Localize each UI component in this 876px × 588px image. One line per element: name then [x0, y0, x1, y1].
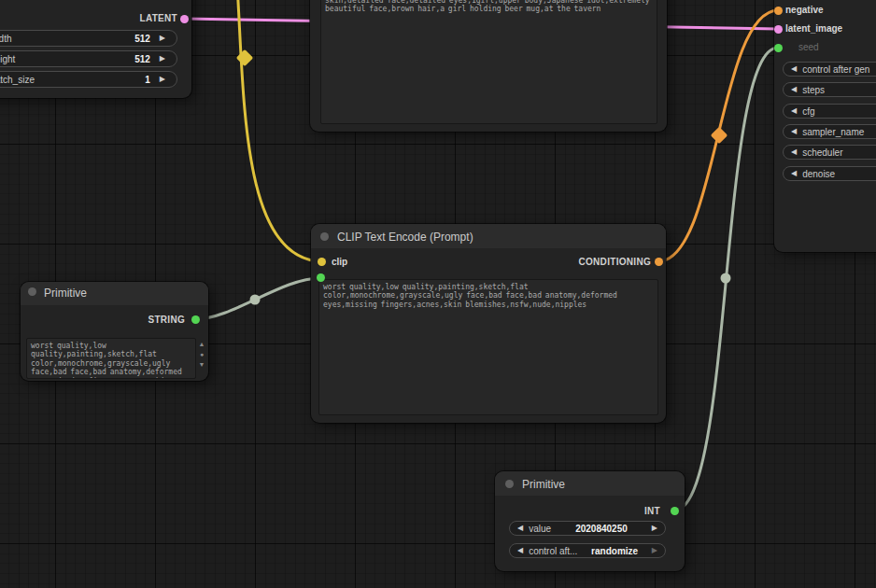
sampler-name-widget[interactable]: ◀ sampler_name [783, 124, 876, 139]
control-after-generate-widget[interactable]: ◀ control aft... randomize ▶ [509, 543, 666, 558]
widget-value: 2020840250 [551, 524, 652, 534]
decrement-arrow-icon[interactable]: ◀ [791, 170, 797, 177]
clip-input-dot[interactable] [318, 258, 326, 266]
value-widget[interactable]: ◀ value 2020840250 ▶ [509, 521, 666, 536]
decrement-arrow-icon[interactable]: ◀ [791, 107, 797, 115]
positive-prompt-textarea[interactable]: skin,detailed face,detailed eyes,1girl,u… [320, 0, 657, 124]
clip-input-label: clip [332, 257, 347, 267]
link-midpoint-dot-string [250, 295, 261, 305]
textarea-scrollbar[interactable]: ▲ ● ▼ [197, 341, 206, 368]
widget-label: scheduler [802, 147, 842, 158]
widget-label: denoise [802, 169, 835, 179]
node-title: Primitive [44, 287, 87, 300]
widget-label: control after gen [802, 64, 869, 75]
collapse-dot-icon[interactable] [28, 287, 36, 296]
widget-label: steps [802, 85, 825, 95]
conditioning-output-label: CONDITIONING [579, 257, 652, 267]
node-empty-latent-image[interactable]: LATENT ◀ width 512 ▶ ◀ height 512 ▶ ◀ ba… [0, 0, 191, 98]
latent-image-input-dot[interactable] [774, 25, 783, 34]
latent-output-dot[interactable] [180, 15, 189, 23]
widget-label: batch_size [0, 75, 35, 85]
cfg-widget[interactable]: ◀ cfg [783, 104, 876, 119]
node-clip-text-encode[interactable]: CLIP Text Encode (Prompt) clip CONDITION… [311, 224, 666, 423]
prev-arrow-icon[interactable]: ◀ [517, 547, 523, 554]
widget-value: randomize [577, 546, 651, 556]
widget-label: control aft... [529, 546, 577, 556]
seed-input-label: seed [798, 42, 819, 52]
height-widget[interactable]: ◀ height 512 ▶ [0, 50, 177, 67]
next-arrow-icon[interactable]: ▶ [652, 547, 657, 554]
string-output-dot[interactable] [191, 315, 200, 324]
node-ksampler[interactable]: negative latent_image seed ◀ control aft… [774, 0, 876, 252]
scroll-thumb-icon[interactable]: ● [200, 351, 204, 357]
conditioning-output-dot[interactable] [655, 258, 663, 266]
increment-arrow-icon[interactable]: ▶ [160, 35, 165, 42]
negative-input-dot[interactable] [774, 7, 783, 15]
decrement-arrow-icon[interactable]: ◀ [517, 525, 523, 532]
text-input-dot[interactable] [317, 273, 325, 282]
widget-label: value [529, 524, 551, 534]
node-graph-canvas[interactable]: LATENT ◀ width 512 ▶ ◀ height 512 ▶ ◀ ba… [0, 0, 876, 588]
widget-value: 1 [35, 75, 150, 85]
scroll-down-icon[interactable]: ▼ [199, 361, 205, 368]
node-primitive-string[interactable]: Primitive STRING worst quality,low quali… [21, 282, 208, 381]
increment-arrow-icon[interactable]: ▶ [160, 76, 165, 83]
latent-image-input-label: latent_image [785, 23, 842, 34]
node-title: Primitive [522, 478, 565, 491]
link-midpoint-diamond-clip [236, 49, 253, 66]
batch-size-widget[interactable]: ◀ batch_size 1 ▶ [0, 71, 177, 88]
int-output-dot[interactable] [671, 507, 679, 515]
node-primitive-int[interactable]: Primitive INT ◀ value 2020840250 ▶ ◀ con… [495, 471, 685, 571]
scroll-up-icon[interactable]: ▲ [199, 341, 205, 347]
node-title: CLIP Text Encode (Prompt) [337, 231, 473, 244]
negative-prompt-textarea[interactable]: worst quality,low quality,painting,sketc… [318, 279, 658, 415]
denoise-widget[interactable]: ◀ denoise [783, 166, 876, 181]
widget-value: 512 [12, 34, 150, 44]
link-midpoint-dot-seed [721, 273, 731, 284]
steps-widget[interactable]: ◀ steps [783, 82, 876, 97]
node-positive-prompt[interactable]: skin,detailed face,detailed eyes,1girl,u… [310, 0, 667, 132]
control-after-generate-widget[interactable]: ◀ control after gen [783, 62, 876, 77]
widget-label: height [0, 54, 15, 64]
prev-arrow-icon[interactable]: ◀ [791, 65, 797, 73]
increment-arrow-icon[interactable]: ▶ [160, 55, 165, 63]
widget-label: sampler_name [802, 127, 864, 137]
decrement-arrow-icon[interactable]: ◀ [791, 86, 797, 93]
link-midpoint-diamond-conditioning [711, 127, 728, 144]
collapse-dot-icon[interactable] [320, 232, 329, 241]
string-output-label: STRING [148, 315, 185, 325]
negative-input-label: negative [785, 5, 824, 15]
prev-arrow-icon[interactable]: ◀ [791, 128, 797, 135]
prev-arrow-icon[interactable]: ◀ [791, 148, 797, 156]
scheduler-widget[interactable]: ◀ scheduler [783, 145, 876, 160]
string-value-textarea[interactable]: worst quality,low quality,painting,sketc… [26, 338, 196, 379]
seed-input-dot[interactable] [774, 44, 783, 52]
collapse-dot-icon[interactable] [505, 480, 514, 488]
link-clip-to-clip-input [236, 0, 321, 261]
widget-value: 512 [15, 54, 149, 64]
widget-label: width [0, 34, 12, 44]
width-widget[interactable]: ◀ width 512 ▶ [0, 30, 177, 47]
int-output-label: INT [644, 506, 660, 516]
widget-label: cfg [802, 106, 814, 117]
increment-arrow-icon[interactable]: ▶ [652, 525, 657, 532]
latent-output-label: LATENT [140, 13, 178, 23]
